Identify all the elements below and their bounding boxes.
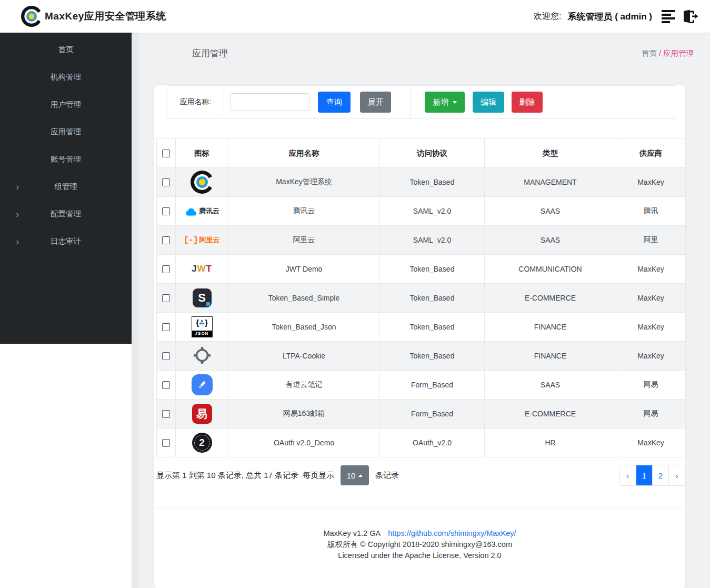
row-checkbox[interactable] xyxy=(162,265,170,273)
sidebar-item[interactable]: ›日志审计 xyxy=(0,227,132,255)
app-name-cell: LTPA-Cookie xyxy=(228,342,380,371)
table-row[interactable]: 易网易163邮箱Form_BasedE-COMMERCE网易 xyxy=(157,400,686,428)
sidebar-item[interactable]: 账号管理 xyxy=(0,145,132,173)
delete-button[interactable]: 删除 xyxy=(512,92,543,113)
app-name-cell: Token_Based_Json xyxy=(228,313,380,342)
table-row[interactable]: 有道云笔记Form_BasedSAAS网易 xyxy=(157,371,686,400)
table-row[interactable]: JWTJWT DemoToken_BasedCOMMUNICATIONMaxKe… xyxy=(157,255,686,284)
row-checkbox[interactable] xyxy=(162,236,170,244)
menu-list-icon[interactable] xyxy=(662,10,675,23)
row-checkbox[interactable] xyxy=(162,352,170,360)
vendor-cell: 阿里 xyxy=(616,226,686,255)
jwt-icon: JWT xyxy=(192,264,212,274)
page-1-button[interactable]: 1 xyxy=(636,465,652,485)
breadcrumb-home[interactable]: 首页 xyxy=(642,49,657,57)
breadcrumb: 首页 / 应用管理 xyxy=(642,48,694,58)
chevron-right-icon: › xyxy=(16,182,19,192)
table-row[interactable]: SToken_Based_SimpleToken_BasedE-COMMERCE… xyxy=(157,284,686,313)
table-row[interactable]: 2OAuth v2.0_DemoOAuth_v2.0HRMaxKey xyxy=(157,428,686,457)
type-cell: FINANCE xyxy=(485,313,616,342)
app-name-cell: 阿里云 xyxy=(228,226,380,255)
maxkey-logo-icon xyxy=(21,6,42,27)
vendor-cell: 网易 xyxy=(616,400,686,428)
row-checkbox[interactable] xyxy=(162,294,170,302)
app-name-label: 应用名称: xyxy=(167,86,224,118)
footer-license: Licensed under the Apache License, Versi… xyxy=(154,550,685,561)
sidebar-item-label: 组管理 xyxy=(54,182,77,192)
column-header-app-name[interactable]: 应用名称 xyxy=(228,139,380,168)
search-toolbar: 应用名称: 查询 展开 新增 编辑 删除 xyxy=(167,85,675,119)
prev-page-button[interactable]: ‹ xyxy=(619,465,636,485)
column-header-vendor[interactable]: 供应商 xyxy=(616,139,686,168)
oauth2-icon: 2 xyxy=(192,433,212,453)
sidebar-item[interactable]: ›组管理 xyxy=(0,173,132,200)
row-checkbox[interactable] xyxy=(162,410,170,418)
table-row[interactable]: 腾讯云腾讯云SAML_v2.0SAAS腾讯 xyxy=(157,197,686,226)
sidebar-item[interactable]: ›配置管理 xyxy=(0,200,132,227)
type-cell: SAAS xyxy=(485,226,616,255)
vendor-cell: MaxKey xyxy=(616,313,686,342)
logout-icon[interactable] xyxy=(682,9,698,24)
protocol-cell: Token_Based xyxy=(380,255,485,284)
column-header-protocol[interactable]: 访问协议 xyxy=(380,139,485,168)
protocol-cell: OAuth_v2.0 xyxy=(380,428,485,457)
type-cell: COMMUNICATION xyxy=(485,255,616,284)
row-checkbox[interactable] xyxy=(162,439,170,447)
chevron-right-icon: › xyxy=(16,236,19,246)
row-checkbox[interactable] xyxy=(162,323,170,331)
type-cell: SAAS xyxy=(485,371,616,400)
s-badge-icon: S xyxy=(193,288,212,307)
row-checkbox[interactable] xyxy=(162,381,170,389)
vendor-cell: MaxKey xyxy=(616,428,686,457)
row-checkbox[interactable] xyxy=(162,207,170,215)
type-cell: HR xyxy=(485,428,616,457)
column-header-type[interactable]: 类型 xyxy=(485,139,616,168)
vendor-cell: 网易 xyxy=(616,371,686,400)
github-link[interactable]: https://github.com/shimingxy/MaxKey/ xyxy=(388,529,516,537)
select-all-checkbox[interactable] xyxy=(162,150,170,157)
table-row[interactable]: [-]阿里云阿里云SAML_v2.0SAAS阿里 xyxy=(157,226,686,255)
table-header-row: 图标 应用名称 访问协议 类型 供应商 xyxy=(157,139,686,168)
tencent-cloud-icon: 腾讯云 xyxy=(184,205,219,217)
ltpa-target-icon xyxy=(192,345,212,367)
brand: MaxKey应用安全管理系统 xyxy=(20,5,166,28)
table-row[interactable]: LTPA-CookieToken_BasedFINANCEMaxKey xyxy=(157,342,686,371)
per-page-label: 每页显示 xyxy=(303,471,334,481)
maxkey-logo-icon xyxy=(191,171,214,194)
sidebar-item[interactable]: 应用管理 xyxy=(0,118,132,145)
sidebar-item[interactable]: 机构管理 xyxy=(0,63,132,91)
app-name-cell: Token_Based_Simple xyxy=(228,284,380,313)
footer-copyright: 版权所有 © Copyright 2018-2020 shimingxy@163… xyxy=(154,539,685,550)
page-size-dropdown[interactable]: 10 xyxy=(341,465,369,485)
vendor-cell: MaxKey xyxy=(616,168,686,197)
welcome-label: 欢迎您: xyxy=(534,11,561,22)
app-name-cell: JWT Demo xyxy=(228,255,380,284)
app-name-cell: OAuth v2.0_Demo xyxy=(228,428,380,457)
current-user: 系统管理员 ( admin ) xyxy=(567,11,652,23)
vendor-cell: MaxKey xyxy=(616,284,686,313)
sidebar-item-label: 日志审计 xyxy=(51,236,81,246)
expand-button[interactable]: 展开 xyxy=(360,92,391,113)
app-name-cell: 网易163邮箱 xyxy=(228,400,380,428)
breadcrumb-current: 应用管理 xyxy=(663,49,694,57)
pagination-suffix: 条记录 xyxy=(375,471,399,481)
page-2-button[interactable]: 2 xyxy=(652,465,668,485)
sidebar-item[interactable]: 用户管理 xyxy=(0,91,132,118)
table-row[interactable]: MaxKey管理系统Token_BasedMANAGEMENTMaxKey xyxy=(157,168,686,197)
aliyun-icon: [-]阿里云 xyxy=(184,235,219,245)
next-page-button[interactable]: › xyxy=(668,465,685,485)
breadcrumb-separator: / xyxy=(657,49,663,57)
protocol-cell: Token_Based xyxy=(380,342,485,371)
add-button[interactable]: 新增 xyxy=(425,92,465,113)
sidebar-item-label: 账号管理 xyxy=(51,154,81,164)
apps-table: 图标 应用名称 访问协议 类型 供应商 MaxKey管理系统Token_Base… xyxy=(156,138,686,457)
app-name-input[interactable] xyxy=(231,93,309,111)
edit-button[interactable]: 编辑 xyxy=(473,92,504,113)
content-card: 应用名称: 查询 展开 新增 编辑 删除 图标 应用名称 xyxy=(154,85,685,588)
sidebar-item[interactable]: 首页 xyxy=(0,36,132,63)
query-button[interactable]: 查询 xyxy=(318,92,351,113)
row-checkbox[interactable] xyxy=(162,178,170,186)
protocol-cell: SAML_v2.0 xyxy=(380,197,485,226)
table-row[interactable]: {}JSONToken_Based_JsonToken_BasedFINANCE… xyxy=(157,313,686,342)
column-header-icon[interactable]: 图标 xyxy=(176,139,228,168)
